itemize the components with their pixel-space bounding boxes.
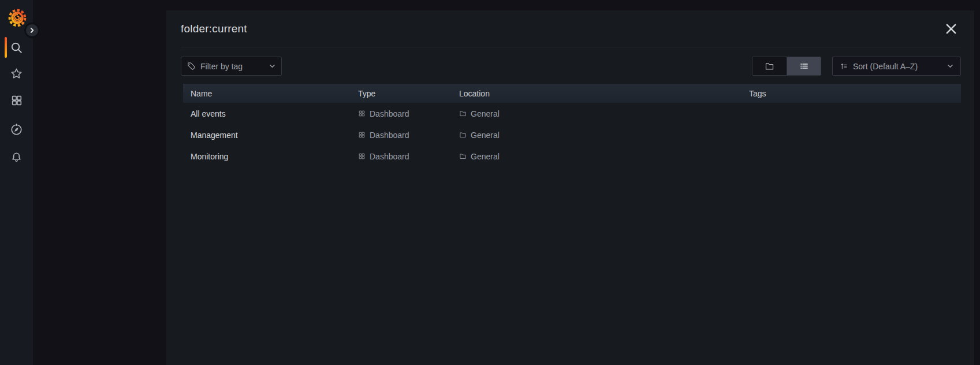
result-location-label: General — [471, 152, 500, 161]
result-location-label: General — [471, 109, 500, 118]
result-type-label: Dashboard — [370, 152, 409, 161]
grafana-home-button[interactable] — [8, 9, 27, 27]
folder-icon — [459, 131, 467, 139]
folder-icon — [459, 110, 467, 117]
result-type-label: Dashboard — [370, 131, 409, 140]
result-location-label: General — [471, 131, 500, 140]
chevron-down-icon — [269, 64, 275, 69]
search-overlay-panel: Filter by tag Sort (Default A–Z) — [166, 10, 974, 365]
search-actions-row: Filter by tag Sort (Default A–Z) — [181, 57, 961, 76]
folder-view-icon — [765, 61, 774, 71]
chevron-right-icon — [29, 27, 35, 33]
apps-grid-icon — [358, 152, 366, 160]
grafana-logo-icon — [8, 9, 27, 27]
close-icon — [945, 23, 957, 35]
apps-grid-icon — [358, 110, 366, 117]
result-type-label: Dashboard — [370, 109, 409, 118]
star-icon — [10, 67, 23, 80]
column-header-type: Type — [351, 89, 452, 98]
table-row[interactable]: Management Dashboard General — [183, 124, 961, 146]
tag-icon — [187, 62, 196, 70]
result-location: General — [452, 109, 741, 118]
view-toggle-group — [752, 57, 821, 76]
sidebar-item-dashboards[interactable] — [0, 90, 33, 111]
filter-by-tag-dropdown[interactable]: Filter by tag — [181, 57, 282, 76]
table-row[interactable]: All events Dashboard General — [183, 103, 961, 124]
result-name: Monitoring — [183, 152, 351, 161]
table-header-row: Name Type Location Tags — [183, 84, 961, 103]
folder-view-button[interactable] — [752, 57, 787, 75]
list-view-icon — [799, 61, 809, 71]
search-input[interactable] — [181, 23, 942, 35]
result-name: All events — [183, 109, 351, 118]
search-results-table: Name Type Location Tags All events Dashb… — [183, 84, 961, 167]
folder-icon — [459, 152, 467, 160]
sort-dropdown[interactable]: Sort (Default A–Z) — [832, 57, 961, 76]
search-bar — [181, 10, 961, 47]
result-type: Dashboard — [351, 109, 452, 118]
sidebar-item-search[interactable] — [0, 37, 33, 58]
sidebar — [0, 0, 33, 365]
sidebar-item-alerting[interactable] — [0, 147, 33, 167]
sidebar-expand-button[interactable] — [26, 24, 38, 36]
sidebar-item-starred[interactable] — [0, 63, 33, 84]
column-header-tags: Tags — [741, 89, 961, 98]
result-type: Dashboard — [351, 131, 452, 140]
chevron-down-icon — [947, 64, 953, 69]
result-name: Management — [183, 131, 351, 140]
bell-icon — [10, 151, 23, 164]
result-location: General — [452, 152, 741, 161]
column-header-name: Name — [183, 89, 351, 98]
apps-grid-icon — [10, 94, 23, 107]
result-location: General — [452, 131, 741, 140]
filter-by-tag-label: Filter by tag — [200, 62, 243, 71]
result-type: Dashboard — [351, 152, 452, 161]
list-view-button[interactable] — [787, 57, 821, 75]
column-header-location: Location — [452, 89, 741, 98]
close-search-button[interactable] — [942, 20, 960, 38]
apps-grid-icon — [358, 131, 366, 139]
search-icon — [10, 41, 23, 54]
sidebar-item-explore[interactable] — [0, 119, 33, 140]
sort-label: Sort (Default A–Z) — [853, 62, 918, 71]
table-row[interactable]: Monitoring Dashboard General — [183, 146, 961, 167]
sort-amount-icon — [840, 62, 848, 70]
compass-icon — [10, 123, 23, 136]
